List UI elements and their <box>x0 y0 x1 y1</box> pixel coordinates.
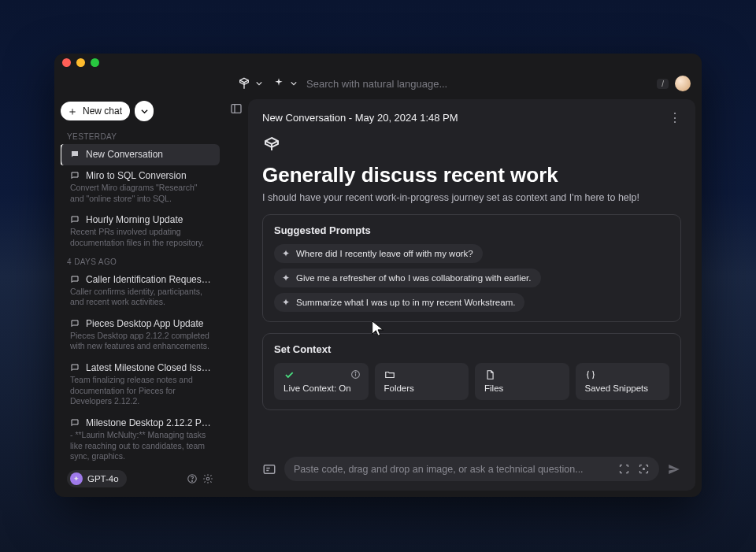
prompt-chip-2[interactable]: ✦ Give me a refresher of who I was colla… <box>274 269 541 287</box>
help-icon[interactable] <box>187 473 198 484</box>
chevron-down-icon <box>256 80 262 87</box>
input-row <box>262 447 681 481</box>
window-minimize[interactable] <box>76 58 85 67</box>
folder-icon <box>384 369 461 380</box>
sparkle-icon: ✦ <box>282 248 290 259</box>
chat-item-new-conversation[interactable]: New Conversation <box>61 144 220 165</box>
chat-input[interactable] <box>294 464 618 475</box>
chat-item-miro-sql[interactable]: Miro to SQL Conversion Convert Miro diag… <box>61 165 220 209</box>
conversation-more-menu[interactable]: ⋮ <box>669 110 681 125</box>
model-selector[interactable]: ✦ GPT-4o <box>67 470 127 487</box>
scan-icon[interactable] <box>618 463 630 475</box>
chevron-down-icon <box>141 108 148 115</box>
context-tile-files[interactable]: Files <box>475 363 569 400</box>
chat-outline-icon <box>70 363 80 372</box>
send-button[interactable] <box>667 462 681 476</box>
info-icon[interactable] <box>350 369 361 380</box>
chat-outline-icon <box>70 215 80 224</box>
chat-list: YESTERDAY New Conversation Miro to SQL C… <box>61 129 220 465</box>
prompt-chip-1[interactable]: ✦ Where did I recently leave off with my… <box>274 244 483 263</box>
model-icon: ✦ <box>70 472 83 485</box>
settings-icon[interactable] <box>202 473 213 484</box>
suggested-prompts-title: Suggested Prompts <box>274 224 669 236</box>
search-shortcut: / <box>657 79 669 89</box>
context-tile-folders[interactable]: Folders <box>375 363 469 400</box>
new-chat-button[interactable]: ＋ New chat <box>61 102 130 120</box>
svg-point-11 <box>643 469 645 470</box>
svg-point-1 <box>192 480 193 481</box>
suggested-prompts-card: Suggested Prompts ✦ Where did I recently… <box>262 214 681 322</box>
prompt-template-icon[interactable] <box>262 462 276 476</box>
chat-outline-icon <box>70 171 80 180</box>
chat-item-hourly-update[interactable]: Hourly Morning Update Recent PRs involve… <box>61 209 220 254</box>
window-close[interactable] <box>62 58 71 67</box>
subheadline: I should have your recent work-in-progre… <box>262 192 681 203</box>
cube-icon <box>262 136 281 155</box>
check-icon <box>284 369 361 380</box>
sparkle-icon: ✦ <box>282 272 290 283</box>
expand-icon[interactable] <box>638 463 650 475</box>
panel-toggle[interactable] <box>224 96 248 497</box>
sparkle-icon <box>269 73 289 94</box>
chevron-down-icon <box>291 80 297 87</box>
main: New Conversation - May 20, 2024 1:48 PM … <box>224 96 702 497</box>
workspace-menu[interactable] <box>234 73 262 94</box>
new-chat-label: New chat <box>83 106 122 117</box>
context-tile-live[interactable]: Live Context: On <box>274 363 369 400</box>
app-logo <box>262 136 681 155</box>
app-window: / ＋ New chat YESTERDAY New Conversation <box>54 54 702 497</box>
chat-input-container[interactable] <box>284 457 659 481</box>
prompt-chip-3[interactable]: ✦ Summarize what I was up to in my recen… <box>274 293 524 312</box>
chat-item-pieces-update[interactable]: Pieces Desktop App Update Pieces Desktop… <box>61 313 220 358</box>
cube-icon <box>234 73 254 94</box>
chat-outline-icon <box>70 319 80 328</box>
section-4days: 4 DAYS AGO <box>61 254 220 269</box>
plus-icon: ＋ <box>67 106 78 117</box>
chat-filled-icon <box>70 150 80 159</box>
file-icon <box>484 369 561 380</box>
search-input[interactable] <box>303 75 650 93</box>
user-avatar[interactable] <box>675 76 691 91</box>
section-yesterday: YESTERDAY <box>61 129 220 144</box>
new-chat-dropdown[interactable] <box>135 101 154 121</box>
set-context-card: Set Context Live Context: On Folders <box>262 333 681 410</box>
svg-rect-8 <box>264 465 275 473</box>
sidebar-footer: ✦ GPT-4o <box>61 465 220 492</box>
window-maximize[interactable] <box>91 58 99 67</box>
chat-outline-icon <box>70 275 80 284</box>
chat-outline-icon <box>70 418 80 428</box>
conversation-title: New Conversation - May 20, 2024 1:48 PM <box>262 112 458 124</box>
code-braces-icon <box>585 369 662 380</box>
svg-point-2 <box>206 477 209 480</box>
chat-item-caller-id[interactable]: Caller Identification Requested Caller c… <box>61 269 220 313</box>
topbar: / <box>54 71 702 96</box>
conversation-panel: New Conversation - May 20, 2024 1:48 PM … <box>248 99 695 491</box>
svg-rect-3 <box>232 105 241 113</box>
titlebar <box>54 54 702 71</box>
chat-item-milestone-issues[interactable]: Latest Milestone Closed Issues Team fina… <box>61 358 220 413</box>
sparkle-icon: ✦ <box>282 297 290 308</box>
svg-point-7 <box>355 372 356 373</box>
ai-model-menu[interactable] <box>269 73 297 94</box>
model-name: GPT-4o <box>87 474 119 483</box>
headline: Generally discuss recent work <box>262 163 681 187</box>
chat-item-milestone-problems[interactable]: Milestone Desktop 2.12.2 Problems - **La… <box>61 413 220 465</box>
sidebar: ＋ New chat YESTERDAY New Conversation <box>54 96 224 497</box>
sidebar-collapse-icon <box>230 102 243 115</box>
set-context-title: Set Context <box>274 343 669 355</box>
context-tile-snippets[interactable]: Saved Snippets <box>576 363 670 400</box>
